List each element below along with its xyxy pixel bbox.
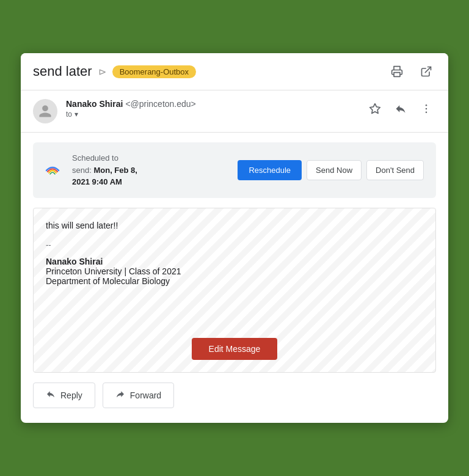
schedule-date: Mon, Feb 8, — [93, 166, 137, 175]
email-window: send later ⊳ Boomerang-Outbox — [21, 53, 448, 423]
forward-label: Forward — [130, 390, 161, 400]
more-options-button[interactable] — [416, 99, 436, 119]
sender-name-row: Nanako Shirai <@princeton.edu> — [66, 99, 365, 109]
dont-send-button[interactable]: Don't Send — [366, 160, 424, 180]
svg-line-1 — [425, 67, 431, 73]
action-row: Reply Forward — [21, 383, 448, 423]
print-button[interactable] — [387, 62, 407, 81]
to-row: to ▾ — [66, 110, 365, 119]
sender-name: Nanako Shirai — [66, 99, 123, 109]
forward-btn-icon — [115, 389, 125, 399]
svg-point-5 — [426, 112, 427, 114]
signature-line-2: Department of Molecular Biology — [46, 276, 423, 286]
to-label: to — [66, 110, 72, 119]
forward-button[interactable]: Forward — [103, 383, 174, 408]
svg-rect-0 — [394, 73, 400, 77]
star-icon — [369, 103, 381, 115]
svg-point-3 — [426, 104, 427, 106]
schedule-time: 2021 9:40 AM — [72, 177, 122, 186]
reply-icon-button[interactable] — [391, 99, 410, 119]
sender-info: Nanako Shirai <@princeton.edu> to ▾ — [66, 99, 365, 119]
header: send later ⊳ Boomerang-Outbox — [21, 53, 448, 90]
avatar — [33, 99, 57, 123]
signature-name: Nanako Shirai — [46, 257, 423, 266]
send-now-button[interactable]: Send Now — [307, 160, 362, 180]
header-icons — [387, 62, 436, 81]
reply-icon — [394, 103, 407, 115]
avatar-icon — [38, 104, 53, 119]
signature-line-1: Princeton University | Class of 2021 — [46, 266, 423, 276]
more-icon — [420, 103, 432, 115]
reschedule-button[interactable]: Reschedule — [238, 160, 302, 180]
message-text: this will send later!! — [46, 221, 423, 230]
reply-arrow-icon — [46, 389, 56, 401]
edit-btn-row: Edit Message — [34, 331, 435, 372]
sender-actions — [365, 99, 436, 119]
arrow-icon: ⊳ — [98, 66, 106, 78]
external-link-icon — [420, 65, 432, 78]
schedule-banner: Scheduled to send: Mon, Feb 8, 2021 9:40… — [33, 142, 436, 198]
message-body: this will send later!! -- Nanako Shirai … — [33, 208, 436, 373]
schedule-buttons: Reschedule Send Now Don't Send — [238, 160, 424, 180]
external-link-button[interactable] — [416, 62, 436, 81]
print-icon — [391, 65, 403, 78]
reply-label: Reply — [60, 390, 82, 400]
sender-email: <@princeton.edu> — [125, 99, 195, 109]
sender-row: Nanako Shirai <@princeton.edu> to ▾ — [21, 90, 448, 133]
message-separator: -- — [46, 240, 423, 249]
edit-message-button[interactable]: Edit Message — [192, 338, 278, 360]
star-button[interactable] — [365, 99, 385, 119]
reply-button[interactable]: Reply — [33, 383, 95, 408]
outbox-badge: Boomerang-Outbox — [112, 65, 196, 78]
forward-arrow-icon — [115, 389, 125, 401]
boomerang-logo-icon — [45, 163, 60, 178]
to-chevron-icon[interactable]: ▾ — [75, 110, 78, 119]
svg-marker-2 — [370, 104, 380, 114]
schedule-text: Scheduled to send: Mon, Feb 8, 2021 9:40… — [72, 152, 137, 188]
message-content: this will send later!! -- Nanako Shirai … — [34, 208, 435, 331]
page-title: send later — [33, 64, 92, 79]
reply-btn-icon — [46, 389, 56, 399]
svg-point-4 — [426, 108, 427, 110]
